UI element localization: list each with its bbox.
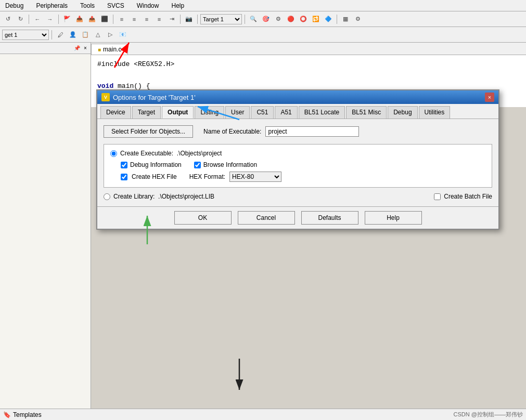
panel-close-btn[interactable]: × xyxy=(81,44,89,52)
toolbar-row-2: get 1 🖊 👤 📋 △ ▷ 📧 xyxy=(0,27,526,43)
library-row: Create Library: .\Objects\project.LIB Cr… xyxy=(104,193,492,200)
code-line-1: #include <REGX52.H> xyxy=(97,59,520,70)
tab-c51[interactable]: C51 xyxy=(251,106,274,119)
menu-help[interactable]: Help xyxy=(168,1,187,10)
debug-info-checkbox[interactable] xyxy=(121,162,127,168)
browse-info-checkbox[interactable] xyxy=(194,162,201,168)
tab-debug[interactable]: Debug xyxy=(388,106,417,119)
folder-row: Select Folder for Objects... Name of Exe… xyxy=(104,125,492,138)
main-c-tab[interactable]: ■ main.c xyxy=(91,44,128,55)
target-dropdown-2[interactable]: get 1 xyxy=(2,30,49,40)
left-panel: 📌 × xyxy=(0,43,91,409)
tb-btn-g[interactable]: 🔷 xyxy=(323,14,334,25)
tab-target[interactable]: Target xyxy=(132,106,161,119)
exec-name-input[interactable] xyxy=(265,126,359,137)
tab-bl51-locate[interactable]: BL51 Locate xyxy=(299,106,345,119)
dialog-title-text: Options for Target 'Target 1' xyxy=(113,94,196,101)
tb2-btn-a[interactable]: 🖊 xyxy=(55,29,66,41)
dialog-body: Select Folder for Objects... Name of Exe… xyxy=(97,119,498,206)
panel-toolbar: 📌 × xyxy=(0,43,91,54)
menu-peripherals[interactable]: Peripherals xyxy=(33,1,71,10)
create-lib-radio[interactable] xyxy=(104,193,110,200)
hex-row: Create HEX File HEX Format: HEX-80 HEX-3… xyxy=(121,172,485,182)
separator-2 xyxy=(58,15,59,24)
cancel-button[interactable]: Cancel xyxy=(238,211,295,225)
defaults-button[interactable]: Defaults xyxy=(301,211,358,225)
tb-btn-a[interactable]: 🔍 xyxy=(248,14,259,25)
toolbar-row-1: ↺ ↻ ← → 🚩 📥 📤 ⬛ ≡ ≡ ≡ ≡ ⇥ 📷 Target 1 🔍 🎯… xyxy=(0,11,526,27)
create-batch-checkbox[interactable] xyxy=(434,193,441,200)
templates-label[interactable]: Templates xyxy=(13,411,42,418)
bookmark2-button[interactable]: 📥 xyxy=(74,14,85,25)
select-folder-button[interactable]: Select Folder for Objects... xyxy=(104,125,193,138)
menu-bar: Debug Peripherals Tools SVCS Window Help xyxy=(0,0,526,11)
tb2-btn-e[interactable]: ▷ xyxy=(105,29,116,41)
create-hex-label: Create HEX File xyxy=(132,173,177,180)
align-center-button[interactable]: ≡ xyxy=(129,14,140,25)
menu-svcs[interactable]: SVCS xyxy=(104,1,127,10)
exec-path-text: .\Objects\project xyxy=(177,150,222,157)
hex-format-select[interactable]: HEX-80 HEX-386 xyxy=(229,172,281,182)
tb2-btn-c[interactable]: 📋 xyxy=(80,29,91,41)
redo-button[interactable]: ↻ xyxy=(15,14,26,25)
justify-button[interactable]: ≡ xyxy=(153,14,165,25)
forward-button[interactable]: → xyxy=(44,14,56,25)
file-icon: ■ xyxy=(98,47,101,52)
tab-listing[interactable]: Listing xyxy=(195,106,224,119)
exec-name-label: Name of Executable: xyxy=(203,128,261,135)
create-exec-radio[interactable] xyxy=(110,150,117,157)
tab-label: main.c xyxy=(103,46,121,53)
lib-right: Create Batch File xyxy=(434,193,492,200)
tab-utilities[interactable]: Utilities xyxy=(419,106,451,119)
create-hex-checkbox[interactable] xyxy=(121,174,127,180)
tb2-btn-b[interactable]: 👤 xyxy=(67,29,79,41)
indent-button[interactable]: ⇥ xyxy=(166,14,177,25)
bookmark3-button[interactable]: 📤 xyxy=(86,14,98,25)
separator-5 xyxy=(197,15,198,24)
tb-btn-i[interactable]: ⚙ xyxy=(352,14,364,25)
tab-user[interactable]: User xyxy=(225,106,250,119)
dialog-close-button[interactable]: × xyxy=(485,93,494,102)
panel-pin-btn[interactable]: 📌 xyxy=(73,44,81,52)
lib-left: Create Library: .\Objects\project.LIB xyxy=(104,193,214,200)
dialog-title-left: V Options for Target 'Target 1' xyxy=(101,93,196,101)
separator-7 xyxy=(337,15,337,24)
tb2-btn-d[interactable]: △ xyxy=(92,29,104,41)
bookmark4-button[interactable]: ⬛ xyxy=(99,14,110,25)
code-line-2 xyxy=(97,70,520,81)
tab-output[interactable]: Output xyxy=(162,106,194,119)
tb-btn-h[interactable]: ▦ xyxy=(340,14,351,25)
tb-btn-d[interactable]: 🔴 xyxy=(285,14,297,25)
code-void-keyword: void xyxy=(97,82,113,90)
tb-btn-c[interactable]: ⚙ xyxy=(273,14,284,25)
create-lib-label: Create Library: .\Objects\project.LIB xyxy=(113,193,214,200)
create-batch-label: Create Batch File xyxy=(444,193,492,200)
tab-bl51-misc[interactable]: BL51 Misc xyxy=(346,106,387,119)
menu-debug[interactable]: Debug xyxy=(2,1,27,10)
debug-info-item: Debug Information xyxy=(121,161,182,168)
menu-window[interactable]: Window xyxy=(134,1,162,10)
tb-btn-f[interactable]: 🔁 xyxy=(310,14,322,25)
target-dropdown[interactable]: Target 1 xyxy=(200,14,242,24)
help-button[interactable]: Help xyxy=(365,211,422,225)
tb2-btn-f[interactable]: 📧 xyxy=(117,29,129,41)
back-button[interactable]: ← xyxy=(32,14,43,25)
options-dialog: V Options for Target 'Target 1' × Device… xyxy=(96,89,499,230)
bookmark1-button[interactable]: 🚩 xyxy=(61,14,73,25)
tab-a51[interactable]: A51 xyxy=(275,106,297,119)
dialog-icon: V xyxy=(101,93,110,101)
create-exec-label: Create Executable: .\Objects\project xyxy=(120,150,222,157)
dialog-tab-strip: Device Target Output Listing User C51 A5… xyxy=(97,104,498,119)
tab-device[interactable]: Device xyxy=(100,106,131,119)
browse-info-item: Browse Information xyxy=(194,161,257,168)
camera-button[interactable]: 📷 xyxy=(183,14,195,25)
tb-btn-b[interactable]: 🎯 xyxy=(260,14,272,25)
undo-button[interactable]: ↺ xyxy=(2,14,14,25)
menu-tools[interactable]: Tools xyxy=(77,1,98,10)
separator-6 xyxy=(245,15,245,24)
tb-btn-e[interactable]: ⭕ xyxy=(298,14,309,25)
align-right-button[interactable]: ≡ xyxy=(141,14,152,25)
ok-button[interactable]: OK xyxy=(174,211,232,225)
separator-1 xyxy=(29,15,29,24)
align-left-button[interactable]: ≡ xyxy=(116,14,127,25)
